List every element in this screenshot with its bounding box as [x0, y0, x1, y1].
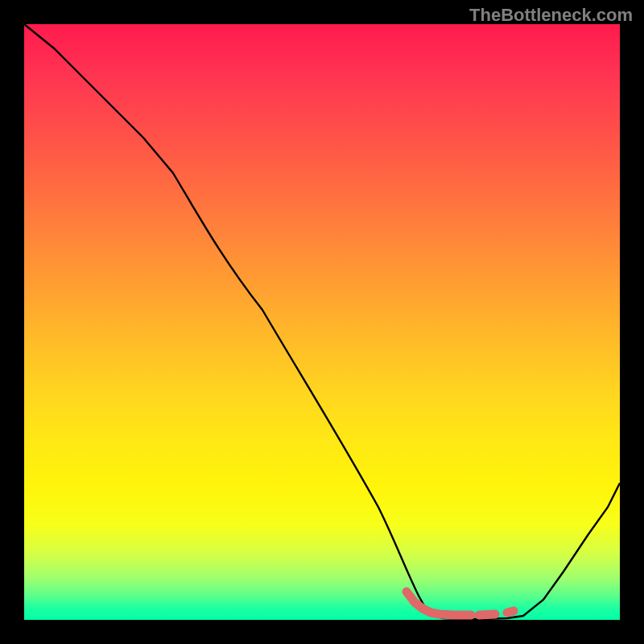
- bottleneck-curve-line: [24, 24, 620, 619]
- minimum-marker-segment: [407, 592, 514, 615]
- plot-area: [24, 24, 620, 620]
- watermark-text: TheBottleneck.com: [469, 5, 633, 26]
- curve-svg: [24, 24, 620, 620]
